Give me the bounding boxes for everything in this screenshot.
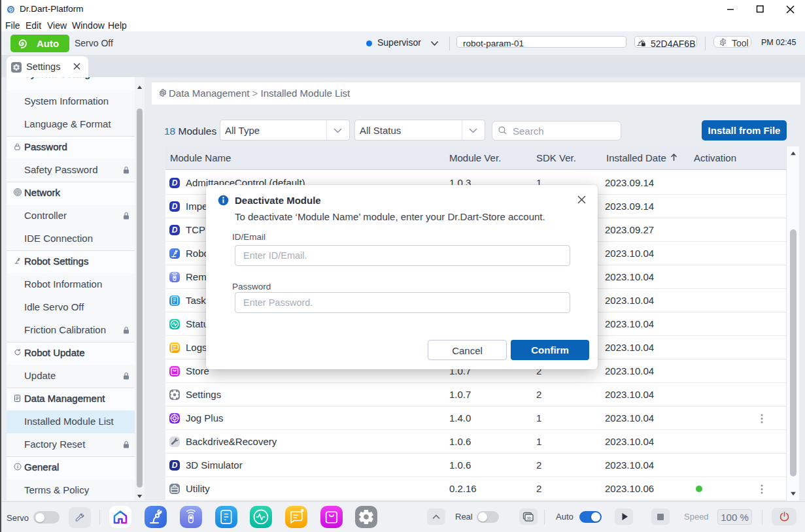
svg-text:3D: 3D <box>526 516 531 520</box>
